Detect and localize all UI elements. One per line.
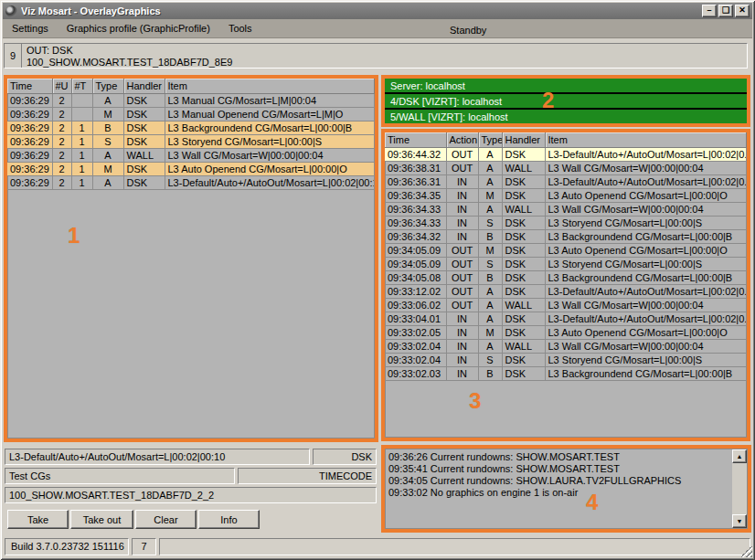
- col-type[interactable]: Type: [92, 79, 123, 93]
- cell-type: B: [92, 121, 123, 134]
- cell-handler: DSK: [502, 188, 545, 202]
- table-row[interactable]: 09:36:2921MDSKL3 Auto Openend CG/Mosart=…: [7, 162, 375, 175]
- current-item-text: OUT: DSK 100_SHOW.MOSART.TEST_18DABF7D_8…: [22, 44, 237, 68]
- cell-item: L3 Backgroundend CG/Mosart=L|00:00|B: [545, 270, 747, 284]
- close-button-icon[interactable]: ✕: [735, 5, 750, 17]
- title-bar: Viz Mosart - OverlayGraphics – ❑ ✕: [3, 3, 752, 19]
- table-row[interactable]: 09:33:02.03INBDSKL3 Backgroundend CG/Mos…: [385, 366, 747, 380]
- table-row[interactable]: 09:36:36.31INADSKL3-Default/Auto+/AutoOu…: [385, 174, 747, 188]
- cell-time: 09:36:36.31: [385, 174, 446, 188]
- table-row[interactable]: 09:33:06.02OUTAWALLL3 Wall CG/Mosart=W|0…: [385, 298, 747, 312]
- table-header-row: Time #U #T Type Handler Item: [7, 79, 375, 93]
- minimize-button-icon[interactable]: –: [702, 5, 717, 17]
- log-scrollbar[interactable]: ▲ ▼: [732, 449, 747, 528]
- selected-item-field[interactable]: L3-Default/Auto+/AutoOut/Mosart=L|00:02|…: [5, 449, 310, 465]
- info-button[interactable]: Info: [198, 510, 260, 529]
- cell-u: 2: [52, 93, 71, 107]
- cell-handler: WALL: [123, 148, 165, 162]
- table-row[interactable]: 09:36:34.35INMDSKL3 Auto Openend CG/Mosa…: [385, 188, 747, 202]
- col-t[interactable]: #T: [71, 79, 92, 93]
- table-row[interactable]: 09:34:05.09OUTSDSKL3 Storyend CG/Mosart=…: [385, 257, 747, 270]
- resize-grip-icon[interactable]: [740, 545, 752, 557]
- scroll-down-icon[interactable]: ▼: [732, 514, 747, 528]
- table-row[interactable]: 09:36:2921ADSKL3-Default/Auto+/AutoOut/M…: [7, 175, 375, 189]
- timecode-field[interactable]: TIMECODE: [238, 468, 377, 484]
- table-row[interactable]: 09:36:34.33INAWALLL3 Wall CG/Mosart=W|00…: [385, 202, 747, 216]
- cell-type: A: [478, 298, 502, 312]
- col-handler[interactable]: Handler: [502, 132, 545, 147]
- table-row[interactable]: 09:36:34.33INSDSKL3 Storyend CG/Mosart=L…: [385, 216, 747, 229]
- table-row[interactable]: 09:36:292ADSKL3 Manual CG/Mosart=L|M|00:…: [7, 93, 375, 107]
- cell-time: 09:33:02.05: [385, 325, 446, 339]
- cell-handler: DSK: [123, 175, 165, 189]
- col-item[interactable]: Item: [545, 132, 747, 147]
- cell-time: 09:33:12.02: [385, 284, 446, 298]
- description-field[interactable]: Test CGs: [5, 468, 235, 484]
- menu-settings[interactable]: Settings: [3, 20, 58, 37]
- col-time[interactable]: Time: [7, 79, 52, 93]
- cell-time: 09:36:29: [7, 148, 52, 162]
- cell-item: L3 Wall CG/Mosart=W|00:00|00:04: [545, 339, 747, 353]
- scroll-up-icon[interactable]: ▲: [732, 449, 747, 463]
- maximize-button-icon[interactable]: ❑: [718, 5, 733, 17]
- table-row[interactable]: 09:36:44.32OUTADSKL3-Default/Auto+/AutoO…: [385, 147, 747, 161]
- cell-handler: WALL: [502, 202, 545, 216]
- take-button[interactable]: Take: [7, 510, 69, 529]
- cell-item: L3-Default/Auto+/AutoOut/Mosart=L|00:02|…: [545, 284, 747, 298]
- cell-type: S: [478, 216, 502, 229]
- handler-field[interactable]: DSK: [313, 449, 377, 465]
- table-row[interactable]: 09:36:2921AWALLL3 Wall CG/Mosart=W|00:00…: [7, 148, 375, 162]
- col-u[interactable]: #U: [52, 79, 71, 93]
- clear-button[interactable]: Clear: [135, 510, 197, 529]
- table-row[interactable]: 09:36:2921BDSKL3 Backgroundend CG/Mosart…: [7, 121, 375, 134]
- table-row[interactable]: 09:33:02.04INAWALLL3 Wall CG/Mosart=W|00…: [385, 339, 747, 353]
- cell-handler: DSK: [502, 216, 545, 229]
- cell-handler: DSK: [502, 243, 545, 257]
- current-item-line2: 100_SHOW.MOSART.TEST_18DABF7D_8E9: [27, 57, 232, 68]
- cell-type: B: [478, 270, 502, 284]
- app-window: Viz Mosart - OverlayGraphics – ❑ ✕ Setti…: [0, 0, 755, 560]
- cell-u: 2: [52, 148, 71, 162]
- table-row[interactable]: 09:34:05.09OUTMDSKL3 Auto Openend CG/Mos…: [385, 243, 747, 257]
- cell-type: A: [478, 339, 502, 353]
- cell-t: 1: [71, 162, 92, 175]
- cell-time: 09:33:02.03: [385, 366, 446, 380]
- cell-type: A: [478, 174, 502, 188]
- menu-tools[interactable]: Tools: [219, 20, 261, 37]
- annotation-1: 1: [68, 225, 80, 247]
- app-icon: [5, 5, 17, 17]
- table-row[interactable]: 09:36:292MDSKL3 Manual Openend CG/Mosart…: [7, 107, 375, 121]
- cell-handler: DSK: [123, 93, 165, 107]
- table-row[interactable]: 09:36:38.31OUTAWALLL3 Wall CG/Mosart=W|0…: [385, 161, 747, 174]
- cell-item: L3 Auto Openend CG/Mosart=L|00:00|O: [545, 243, 747, 257]
- message-log-panel: 09:36:26 Current rundowns: SHOW.MOSART.T…: [381, 445, 751, 533]
- cell-handler: DSK: [123, 134, 165, 148]
- cell-handler: DSK: [502, 284, 545, 298]
- current-item-line1: OUT: DSK: [27, 45, 232, 57]
- table-row[interactable]: 09:33:12.02OUTADSKL3-Default/Auto+/AutoO…: [385, 284, 747, 298]
- cell-action: IN: [446, 366, 478, 380]
- standby-label: Standby: [441, 22, 495, 38]
- table-row[interactable]: 09:34:05.08OUTBDSKL3 Backgroundend CG/Mo…: [385, 270, 747, 284]
- server-status-panel: Server: localhost4/DSK [VIZRT]: localhos…: [381, 75, 750, 127]
- cell-item: L3 Manual Openend CG/Mosart=L|M|O: [165, 107, 375, 121]
- col-type[interactable]: Type: [478, 132, 502, 147]
- cell-item: L3 Backgroundend CG/Mosart=L|00:00|B: [165, 121, 375, 134]
- cell-handler: DSK: [123, 162, 165, 175]
- col-time[interactable]: Time: [385, 132, 446, 147]
- table-row[interactable]: 09:36:34.32INBDSKL3 Backgroundend CG/Mos…: [385, 229, 747, 243]
- cell-u: 2: [52, 175, 71, 189]
- cell-time: 09:34:05.08: [385, 270, 446, 284]
- table-row[interactable]: 09:33:04.01INADSKL3-Default/Auto+/AutoOu…: [385, 312, 747, 325]
- col-action[interactable]: Action: [446, 132, 478, 147]
- col-handler[interactable]: Handler: [123, 79, 165, 93]
- table-row[interactable]: 09:33:02.05INMDSKL3 Auto Openend CG/Mosa…: [385, 325, 747, 339]
- rundown-field[interactable]: 100_SHOW.MOSART.TEST_18DABF7D_2_2: [5, 487, 377, 503]
- table-row[interactable]: 09:33:02.04INSDSKL3 Storyend CG/Mosart=L…: [385, 353, 747, 366]
- table-row[interactable]: 09:36:2921SDSKL3 Storyend CG/Mosart=L|00…: [7, 134, 375, 148]
- cell-time: 09:36:29: [7, 93, 52, 107]
- col-item[interactable]: Item: [165, 79, 375, 93]
- take-out-button[interactable]: Take out: [70, 510, 133, 529]
- menu-graphics-profile[interactable]: Graphics profile (GraphicProfile): [58, 20, 219, 37]
- cell-type: S: [478, 257, 502, 270]
